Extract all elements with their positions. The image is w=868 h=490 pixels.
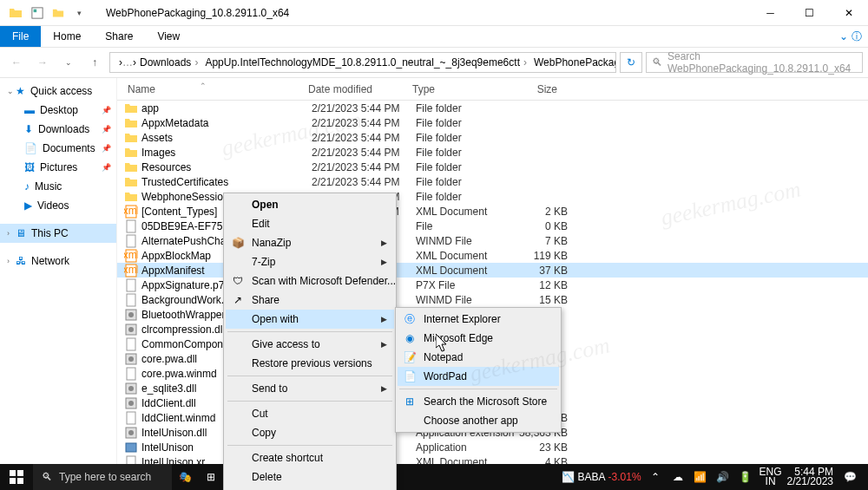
ctx-7zip[interactable]: 7-Zip▶ (226, 252, 394, 271)
nav-recent[interactable]: ⌄ (57, 51, 80, 74)
svg-point-26 (128, 430, 134, 435)
svg-rect-11 (127, 294, 135, 306)
svg-rect-1 (34, 9, 37, 12)
ctx-share[interactable]: ↗Share (226, 291, 394, 310)
svg-point-15 (128, 327, 134, 332)
ctx-shortcut[interactable]: Create shortcut (226, 448, 394, 467)
tray-battery[interactable]: 🔋 (737, 464, 754, 490)
ctx-restore[interactable]: Restore previous versions (226, 354, 394, 373)
qat-dropdown[interactable]: ▾ (69, 3, 89, 23)
col-header-date[interactable]: Date modified (308, 83, 412, 95)
nav-back[interactable]: ← (5, 51, 28, 74)
ow-another[interactable]: Choose another app (398, 411, 559, 430)
tray-volume[interactable]: 🔊 (714, 464, 732, 490)
ow-notepad[interactable]: 📝Notepad (398, 348, 559, 367)
nav-downloads[interactable]: ⬇Downloads📌 (0, 120, 116, 139)
refresh-button[interactable]: ↻ (620, 52, 642, 73)
nav-pictures[interactable]: 🖼Pictures📌 (0, 158, 116, 177)
tab-share[interactable]: Share (93, 26, 145, 47)
edge-icon: ◉ (403, 331, 417, 345)
ow-wordpad[interactable]: 📄WordPad (398, 367, 559, 386)
file-row[interactable]: app2/21/2023 5:44 PMFile folder (117, 101, 868, 115)
svg-rect-29 (10, 470, 16, 476)
close-button[interactable]: ✕ (829, 0, 868, 26)
ow-edge[interactable]: ◉Microsoft Edge (398, 329, 559, 348)
tray-up[interactable]: ⌃ (647, 464, 664, 490)
nav-music[interactable]: ♪Music (0, 177, 116, 196)
nav-documents[interactable]: 📄Documents📌 (0, 139, 116, 158)
tray-lang[interactable]: ENGIN (760, 467, 782, 487)
col-header-name[interactable]: Name⌃ (117, 83, 308, 95)
ow-store[interactable]: ⊞Search the Microsoft Store (398, 392, 559, 411)
nav-network[interactable]: ›🖧Network (0, 252, 116, 271)
svg-rect-10 (127, 279, 135, 291)
file-row[interactable]: Assets2/21/2023 5:44 PMFile folder (117, 130, 868, 145)
notepad-icon: 📝 (403, 350, 417, 364)
svg-point-21 (128, 386, 134, 391)
nav-desktop[interactable]: ▬Desktop📌 (0, 101, 116, 120)
search-icon: 🔍︎ (652, 56, 662, 69)
ctx-give-access[interactable]: Give access to▶ (226, 335, 394, 354)
tb-task-view[interactable]: ⊞ (198, 464, 224, 490)
ie-icon: ⓔ (403, 312, 417, 326)
ctx-open-with[interactable]: Open with▶ (226, 310, 394, 329)
tab-home[interactable]: Home (41, 26, 93, 47)
start-button[interactable] (0, 464, 33, 490)
open-with-submenu: ⓔInternet Explorer ◉Microsoft Edge 📝Note… (395, 307, 562, 433)
ctx-send-to[interactable]: Send to▶ (226, 379, 394, 398)
shield-icon: 🛡 (231, 274, 245, 288)
svg-text:xml: xml (124, 264, 138, 276)
svg-text:xml: xml (124, 205, 138, 217)
nav-forward[interactable]: → (31, 51, 54, 74)
ctx-rename[interactable]: Rename (226, 487, 394, 490)
ctx-cut[interactable]: Cut (226, 404, 394, 423)
breadcrumb[interactable]: › … › Downloads› AppUp.IntelTechnologyMD… (109, 52, 616, 73)
file-row[interactable]: AppxMetadata2/21/2023 5:44 PMFile folder (117, 115, 868, 130)
svg-rect-32 (17, 478, 23, 484)
col-header-type[interactable]: Type (412, 83, 512, 95)
tab-file[interactable]: File (0, 26, 41, 47)
share-icon: ↗ (231, 293, 245, 307)
ribbon-help[interactable]: ⌄ ⓘ (833, 26, 868, 47)
svg-rect-5 (127, 235, 135, 247)
nav-videos[interactable]: ▶Videos (0, 196, 116, 215)
ctx-open[interactable]: Open (226, 195, 394, 214)
svg-rect-16 (127, 338, 135, 350)
ctx-defender[interactable]: 🛡Scan with Microsoft Defender... (226, 271, 394, 291)
nav-up[interactable]: ↑ (83, 51, 106, 74)
svg-point-23 (128, 401, 134, 406)
ow-ie[interactable]: ⓔInternet Explorer (398, 310, 559, 329)
svg-rect-30 (17, 470, 23, 476)
search-input[interactable]: 🔍︎ Search WebPhonePackaging_10.8.2911.0_… (646, 52, 863, 73)
tray-clock[interactable]: 5:44 PM2/21/2023 (787, 467, 833, 487)
file-row[interactable]: Images2/21/2023 5:44 PMFile folder (117, 145, 868, 160)
nanazip-icon: 📦 (231, 236, 245, 250)
ctx-delete[interactable]: Delete (226, 467, 394, 487)
taskbar-search[interactable]: 🔍︎Type here to search (33, 464, 172, 490)
nav-quick-access[interactable]: ⌄★Quick access (0, 82, 116, 101)
svg-text:xml: xml (124, 249, 138, 261)
ctx-nanazip[interactable]: 📦NanaZip▶ (226, 233, 394, 252)
tray-wifi[interactable]: 📶 (692, 464, 709, 490)
search-icon: 🔍︎ (42, 471, 52, 483)
nav-this-pc[interactable]: ›🖥This PC (0, 224, 116, 243)
svg-rect-4 (127, 220, 135, 232)
svg-rect-31 (10, 478, 16, 484)
tray-notifications[interactable]: 💬 (838, 464, 861, 490)
tab-view[interactable]: View (145, 26, 192, 47)
tray-stock[interactable]: 📉 BABA -3.01% (562, 471, 641, 483)
svg-rect-19 (127, 368, 135, 380)
ctx-edit[interactable]: Edit (226, 214, 394, 233)
minimize-button[interactable]: ─ (751, 0, 790, 26)
tray-onedrive[interactable]: ☁ (669, 464, 687, 490)
wordpad-icon: 📄 (403, 369, 417, 383)
col-header-size[interactable]: Size (512, 83, 564, 95)
maximize-button[interactable]: ☐ (790, 0, 829, 26)
ctx-copy[interactable]: Copy (226, 423, 394, 442)
file-row[interactable]: TrustedCertificates2/21/2023 5:44 PMFile… (117, 174, 868, 189)
qat-new-folder[interactable] (49, 3, 68, 23)
qat-properties[interactable] (28, 3, 47, 23)
tb-mardi-gras[interactable]: 🎭 (172, 464, 198, 490)
file-row[interactable]: Resources2/21/2023 5:44 PMFile folder (117, 160, 868, 174)
nav-pane: ⌄★Quick access ▬Desktop📌 ⬇Downloads📌 📄Do… (0, 78, 117, 467)
